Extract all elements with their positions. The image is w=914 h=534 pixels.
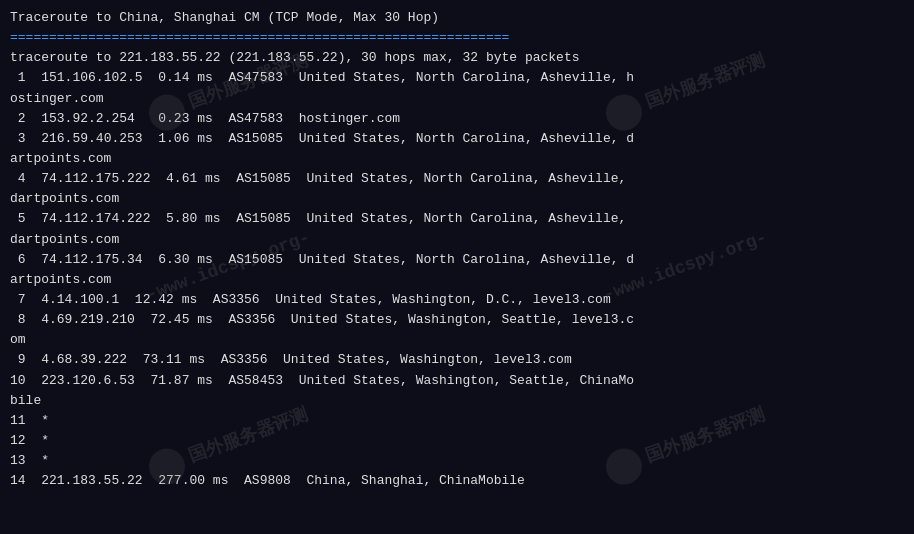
traceroute-output: traceroute to 221.183.55.22 (221.183.55.… (10, 50, 634, 488)
title-line: Traceroute to China, Shanghai CM (TCP Mo… (10, 10, 439, 25)
separator-line: ========================================… (10, 30, 509, 45)
terminal-window: Traceroute to China, Shanghai CM (TCP Mo… (0, 0, 914, 534)
terminal-content: Traceroute to China, Shanghai CM (TCP Mo… (10, 8, 904, 491)
